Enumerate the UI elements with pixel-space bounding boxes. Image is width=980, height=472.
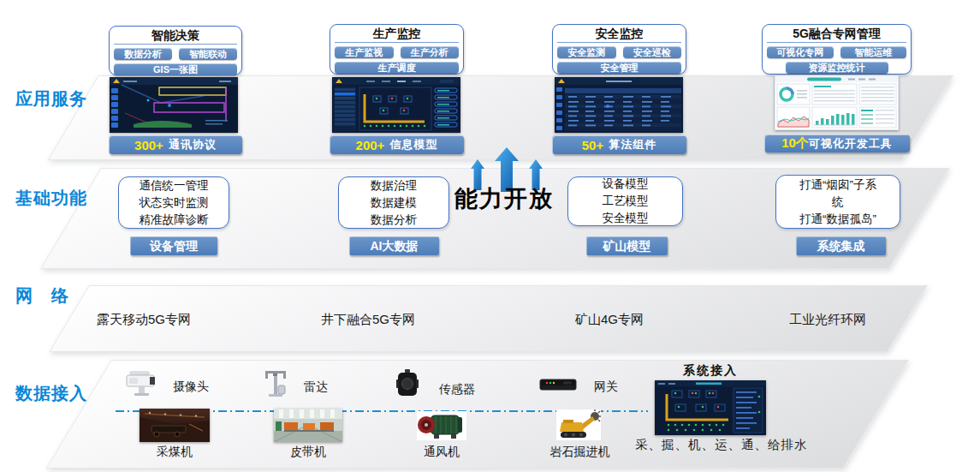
group-line: 打通“数据孤岛”	[799, 211, 876, 228]
group-line: 工艺模型	[603, 193, 649, 210]
feature-chip: GIS一张图	[114, 63, 237, 75]
feature-chip: 智能运维	[840, 46, 907, 58]
card-title: 5G融合专网管理	[767, 27, 906, 43]
architecture-diagram: 应用服务 基础功能 网 络 数据接入 智能决策 数据分析 智能联动 GIS一张图…	[0, 0, 980, 472]
metric-bar-models: 200+ 信息模型	[330, 135, 464, 154]
group-ai-bigdata: 数据治理 数据建模 数据分析	[338, 176, 449, 229]
feature-chip: 可视化专网	[767, 46, 834, 58]
group-mine-model: 设备模型 工艺模型 安全模型	[567, 176, 683, 226]
device-label-sensor: 传感器	[439, 382, 475, 397]
system-access-screenshot	[655, 380, 766, 435]
device-label-gateway: 网关	[594, 379, 618, 395]
group-line: 通信统一管理	[140, 177, 209, 194]
metric-label: 通讯协议	[169, 137, 217, 152]
card-title: 智能决策	[114, 28, 237, 45]
feature-chip: 资源监控统计	[786, 62, 888, 74]
device-label-camera: 摄像头	[173, 379, 209, 395]
machine-label-ventilation-fan: 通风机	[408, 445, 475, 460]
gateway-image	[539, 378, 577, 397]
layer-label-network: 网 络	[15, 284, 69, 308]
group-line: 统	[832, 194, 844, 211]
network-item-mine-4g: 矿山4G专网	[575, 312, 644, 328]
group-line: 数据治理	[371, 177, 417, 194]
network-item-fiber-ring: 工业光纤环网	[789, 312, 866, 328]
group-line: 状态实时监测	[140, 194, 209, 212]
feature-chip: 安全管理	[557, 62, 681, 74]
card-5g-private-network: 5G融合专网管理 可视化专网 智能运维 资源监控统计	[762, 24, 912, 75]
gis-screenshot	[110, 77, 238, 133]
ventilation-fan-image	[417, 411, 466, 440]
metric-label: 可视化开发工具	[809, 136, 893, 152]
card-production-monitor: 生产监控 生产监视 生产分析 生产调度	[330, 24, 464, 75]
5g-dashboard-screenshot	[775, 75, 899, 130]
metric-label: 信息模型	[389, 137, 437, 152]
card-title: 安全监控	[557, 27, 681, 43]
system-access-title: 系统接入	[655, 363, 766, 379]
device-label-radar: 雷达	[304, 379, 328, 395]
group-device-management: 通信统一管理 状态实时监测 精准故障诊断	[118, 176, 229, 229]
machine-label-belt-conveyor: 皮带机	[274, 445, 342, 460]
group-line: 数据建模	[371, 194, 417, 212]
machine-label-roadheader: 岩石掘进机	[539, 445, 621, 460]
metric-value: 50+	[582, 138, 603, 152]
feature-chip: 智能联动	[179, 48, 237, 60]
metric-bar-protocols: 300+ 通讯协议	[109, 135, 242, 154]
feature-chip: 数据分析	[114, 48, 172, 60]
network-item-surface-5g: 露天移动5G专网	[97, 312, 191, 328]
group-line: 设备模型	[603, 176, 649, 193]
metric-bar-algorithms: 50+ 算法组件	[552, 135, 686, 154]
sensor-image	[395, 368, 419, 401]
layer-label-app-services: 应用服务	[15, 87, 87, 111]
mine-systems-text: 采、掘、机、运、通、给排水	[635, 437, 808, 453]
metric-bar-tools: 10个 可视化开发工具	[764, 134, 910, 152]
card-safety-monitor: 安全监控 安全监测 安全巡检 安全管理	[552, 24, 686, 75]
camera-image	[125, 368, 159, 401]
metric-value: 300+	[134, 138, 163, 152]
group-line: 打通“烟囱”子系	[799, 176, 876, 194]
group-line: 安全模型	[603, 210, 649, 227]
feature-chip: 生产调度	[335, 62, 459, 74]
network-item-underground-5g: 井下融合5G专网	[321, 312, 415, 328]
metric-value: 200+	[356, 138, 385, 152]
feature-chip: 安全监测	[557, 46, 616, 58]
safety-screenshot	[555, 77, 683, 133]
group-label-ai-bigdata: AI大数据	[349, 236, 439, 255]
group-system-integration: 打通“烟囱”子系 统 打通“数据孤岛”	[775, 175, 900, 229]
metric-value: 10个	[781, 135, 809, 152]
group-label-mine-model: 矿山模型	[586, 236, 668, 255]
feature-chip: 生产分析	[401, 46, 460, 58]
card-title: 生产监控	[335, 27, 459, 43]
radar-image	[261, 368, 290, 403]
coal-shearer-image	[140, 409, 210, 442]
metric-label: 算法组件	[609, 137, 656, 152]
layer-label-data-access: 数据接入	[15, 382, 87, 405]
group-label-system-integration: 系统集成	[796, 236, 886, 255]
group-line: 精准故障诊断	[140, 212, 209, 229]
production-screenshot	[332, 77, 460, 133]
capability-open-text: 能力开放	[454, 183, 554, 214]
roadheader-image	[556, 409, 601, 440]
belt-conveyor-image	[274, 409, 342, 442]
feature-chip: 生产监视	[335, 46, 394, 58]
group-label-device-management: 设备管理	[130, 236, 217, 255]
feature-chip: 安全巡检	[623, 46, 682, 58]
group-line: 数据分析	[371, 212, 417, 229]
machine-label-coal-shearer: 采煤机	[140, 445, 210, 460]
card-intelligent-decision: 智能决策 数据分析 智能联动 GIS一张图	[109, 26, 242, 75]
layer-label-basic-functions: 基础功能	[15, 187, 87, 210]
